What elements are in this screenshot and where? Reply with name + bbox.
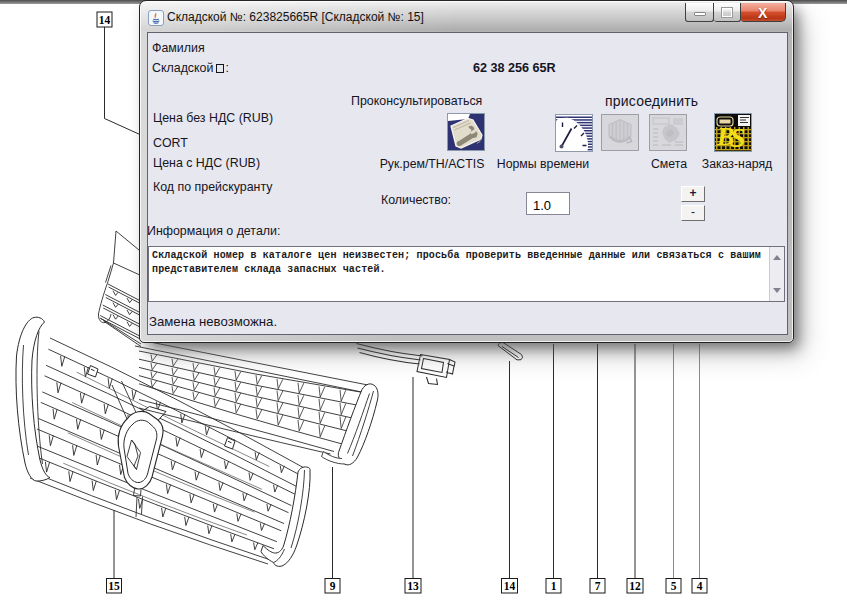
svg-text:5: 5	[671, 580, 677, 592]
svg-text:14: 14	[504, 580, 516, 592]
svg-text:1: 1	[551, 580, 557, 592]
svg-text:15: 15	[108, 580, 120, 592]
svg-text:7: 7	[595, 580, 601, 592]
svg-text:12: 12	[629, 580, 641, 592]
svg-text:14: 14	[99, 14, 111, 26]
svg-text:9: 9	[330, 580, 336, 592]
svg-text:S: S	[730, 122, 746, 151]
svg-text:13: 13	[407, 580, 419, 592]
svg-text:4: 4	[697, 580, 703, 592]
